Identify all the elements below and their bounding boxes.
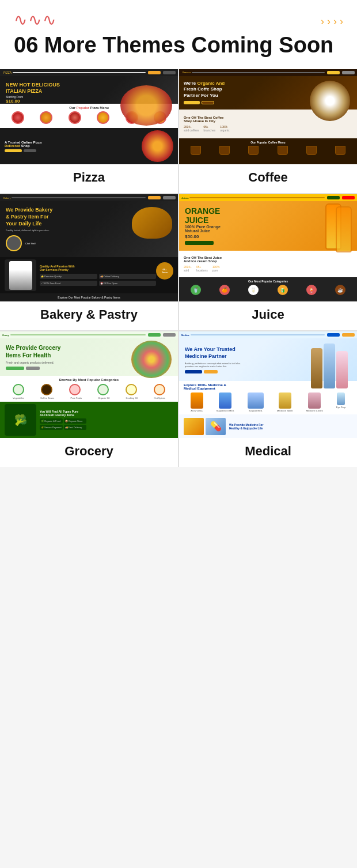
bakery-items-section: Explore Our Most Popular Bakery & Pastry… (0, 293, 178, 301)
grocery-hero: We Provide GroceryItems For Health Fresh… (0, 338, 178, 376)
theme-card-coffee[interactable]: Brancor We're Organic AndFresh Coffe Sho… (179, 69, 357, 194)
grocery-preview: Grocy We Provide GroceryItems For Health… (0, 331, 178, 438)
logo: ∿∿∿ (14, 10, 57, 29)
juice-preview: Juicea ORANGEJUICE 100% Pure OrangeNatur… (179, 194, 357, 301)
juice-hero: ORANGEJUICE 100% Pure OrangeNatural Juic… (179, 201, 357, 251)
pizza-delivered-section: A Trusted Online PizzaDelivered Shop (0, 128, 178, 164)
medical-nav: Medica (179, 331, 357, 338)
theme-card-bakery[interactable]: Bakery We Provide Bakery& Pastry Item Fo… (0, 194, 178, 330)
juice-label: Juice (252, 307, 284, 322)
medical-label: Medical (245, 444, 291, 459)
pizza-nav: PIZZA (0, 69, 178, 76)
coffee-preview: Brancor We're Organic AndFresh Coffe Sho… (179, 69, 357, 165)
medical-bottom-text: We Provide Medicine ForHealthy & Enjoyab… (229, 423, 263, 430)
grocery-bottom-text: You Will Find All Types PureAnd Fresh Gr… (40, 410, 86, 417)
juice-categories-title: Our Most Popular Categories (181, 280, 355, 283)
medical-products: Arow Glass Supplement Med. Surgical Med.… (184, 393, 352, 412)
theme-card-grocery[interactable]: Grocy We Provide GroceryItems For Health… (0, 331, 178, 467)
pizza-delivered-text: A Trusted Online PizzaDelivered Shop (5, 141, 41, 148)
chevrons: › › › › (321, 16, 343, 28)
coffee-menu-section: Our Popular Coffee Menu (179, 138, 357, 165)
page-title: 06 More Themes Coming Soon (0, 33, 357, 69)
header: ∿∿∿ › › › › (0, 0, 357, 33)
juice-icon-row: 🥤 🍊 🥛 🧃 🍹 ☕ (181, 285, 355, 295)
medical-preview: Medica We Are Your TrustedMedicine Partn… (179, 331, 357, 438)
grocery-bottom-section: 🥦 You Will Find All Types PureAnd Fresh … (0, 402, 178, 438)
grocery-nav: Grocy (0, 331, 178, 338)
juice-nav: Juicea (179, 194, 357, 201)
pizza-label: Pizza (73, 170, 105, 185)
coffee-nav: Brancor (179, 69, 357, 76)
pizza-hero: NEW HOT DELICIOUSITALIAN PIZZA Starting … (0, 76, 178, 104)
grocery-label: Grocery (64, 444, 113, 459)
theme-card-pizza[interactable]: PIZZA NEW HOT DELICIOUSITALIAN PIZZA Sta… (0, 69, 178, 194)
medical-hero: We Are Your TrustedMedicine Partner Anti… (179, 338, 357, 381)
bakery-chef-section: Quality And Passion WithOur Services Pri… (0, 257, 178, 293)
pizza-preview: PIZZA NEW HOT DELICIOUSITALIAN PIZZA Sta… (0, 69, 178, 165)
bakery-hero: We Provide Bakery& Pastry Item ForYour D… (0, 201, 178, 257)
theme-card-juice[interactable]: Juicea ORANGEJUICE 100% Pure OrangeNatur… (179, 194, 357, 330)
medical-bottom-section: 💊 We Provide Medicine ForHealthy & Enjoy… (179, 414, 357, 438)
theme-card-medical[interactable]: Medica We Are Your TrustedMedicine Partn… (179, 331, 357, 467)
coffee-label: Coffee (248, 170, 287, 185)
bakery-preview: Bakery We Provide Bakery& Pastry Item Fo… (0, 194, 178, 301)
bakery-chef-text: Quality And Passion WithOur Services Pri… (40, 265, 156, 271)
juice-categories: Our Most Popular Categories 🥤 🍊 🥛 🧃 🍹 ☕ (179, 277, 357, 301)
bakery-label: Bakery & Pastry (40, 307, 138, 322)
coffee-menu-title: Our Popular Coffee Menu (181, 141, 355, 144)
coffee-hero: We're Organic AndFresh Coffe ShopPartner… (179, 76, 357, 110)
bakery-nav: Bakery (0, 194, 178, 201)
coffee-cups (181, 146, 355, 155)
themes-grid: PIZZA NEW HOT DELICIOUSITALIAN PIZZA Sta… (0, 69, 357, 467)
bakery-items-title: Explore Our Most Popular Bakery & Pastry… (2, 296, 176, 299)
